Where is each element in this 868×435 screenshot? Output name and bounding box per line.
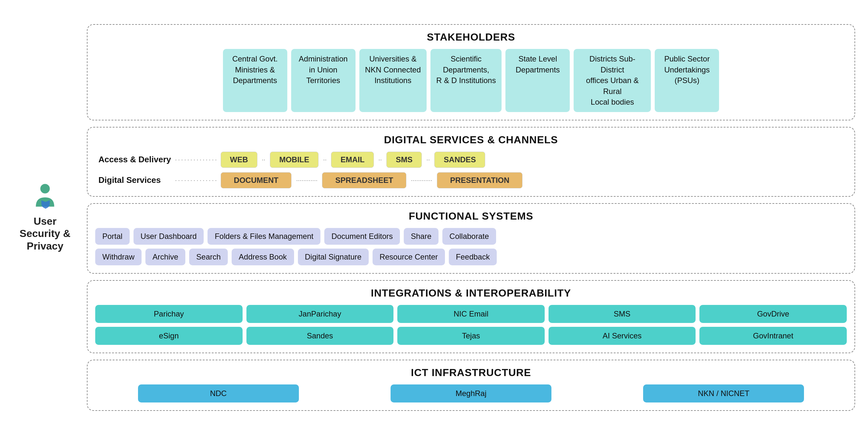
pill-mobile: MOBILE (270, 152, 318, 168)
dots-2: ·············· (175, 176, 218, 184)
digital-pills: DOCUMENT ············ SPREADSHEET ······… (221, 172, 523, 188)
ict-row: NDC MeghRaj NKN / NICNET (95, 384, 847, 403)
digital-services-section: DIGITAL SERVICES & CHANNELS Access & Del… (87, 127, 855, 197)
functional-row-2: Withdraw Archive Search Address Book Dig… (95, 249, 847, 265)
int-govdrive: GovDrive (700, 305, 847, 323)
fs-user-dashboard: User Dashboard (133, 228, 204, 245)
ict-nkn-nicnet: NKN / NICNET (643, 384, 804, 403)
stakeholder-card: Districts Sub-Districtoffices Urban & Ru… (574, 49, 651, 112)
int-sms: SMS (549, 305, 696, 323)
access-delivery-label: Access & Delivery (98, 154, 173, 165)
integrations-title: INTEGRATIONS & INTEROPERABILITY (95, 287, 847, 299)
integrations-row-1: Parichay JanParichay NIC Email SMS GovDr… (95, 305, 847, 323)
digital-services-content: Access & Delivery ·············· WEB ·· … (95, 152, 847, 188)
svg-point-0 (40, 184, 50, 193)
pill-sms: SMS (386, 152, 422, 168)
digital-services-label: Digital Services (98, 175, 173, 185)
pill-email: EMAIL (331, 152, 374, 168)
fs-archive: Archive (146, 249, 185, 265)
fs-withdraw: Withdraw (95, 249, 142, 265)
fs-address-book: Address Book (231, 249, 294, 265)
fs-portal: Portal (95, 228, 130, 245)
functional-systems-title: FUNCTIONAL SYSTEMS (95, 210, 847, 222)
int-ai-services: AI Services (549, 327, 696, 345)
fs-share: Share (404, 228, 438, 245)
pill-presentation: PRESENTATION (437, 172, 523, 188)
left-sidebar: User Security & Privacy (13, 183, 77, 252)
ict-section: ICT INFRASTRUCTURE NDC MeghRaj NKN / NIC… (87, 360, 855, 411)
pill-spreadsheet: SPREADSHEET (322, 172, 406, 188)
int-esign: eSign (95, 327, 243, 345)
digital-services-row: Digital Services ·············· DOCUMENT… (98, 172, 843, 188)
stakeholders-grid: Central Govt.Ministries &Departments Adm… (95, 49, 847, 112)
stakeholder-card: Public SectorUndertakings(PSUs) (655, 49, 719, 112)
fs-feedback: Feedback (449, 249, 497, 265)
integrations-grid: Parichay JanParichay NIC Email SMS GovDr… (95, 305, 847, 345)
ict-title: ICT INFRASTRUCTURE (95, 367, 847, 379)
stakeholder-card: State LevelDepartments (505, 49, 570, 112)
stakeholder-card: Universities &NKN ConnectedInstitutions (359, 49, 427, 112)
pill-web: WEB (221, 152, 257, 168)
stakeholder-card: Administrationin UnionTerritories (291, 49, 355, 112)
dots-1: ·············· (175, 156, 218, 163)
int-tejas: Tejas (397, 327, 545, 345)
fs-folders-files: Folders & Files Management (208, 228, 320, 245)
integrations-section: INTEGRATIONS & INTEROPERABILITY Parichay… (87, 280, 855, 353)
user-security-icon (31, 183, 60, 212)
functional-systems-section: FUNCTIONAL SYSTEMS Portal User Dashboard… (87, 203, 855, 274)
pill-document: DOCUMENT (221, 172, 292, 188)
pill-sandes: SANDES (434, 152, 485, 168)
int-nic-email: NIC Email (397, 305, 545, 323)
fs-document-editors: Document Editors (324, 228, 400, 245)
fs-collaborate: Collaborate (442, 228, 496, 245)
int-sandes: Sandes (246, 327, 394, 345)
access-delivery-row: Access & Delivery ·············· WEB ·· … (98, 152, 843, 168)
stakeholder-card: Central Govt.Ministries &Departments (223, 49, 287, 112)
user-security-label: User Security & Privacy (13, 215, 77, 252)
fs-resource-center: Resource Center (373, 249, 445, 265)
access-pills: WEB ·· MOBILE ·· EMAIL ·· SMS ·· SANDES (221, 152, 486, 168)
fs-digital-signature: Digital Signature (298, 249, 369, 265)
digital-services-title: DIGITAL SERVICES & CHANNELS (95, 134, 847, 146)
fs-search: Search (189, 249, 228, 265)
ict-ndc: NDC (138, 384, 299, 403)
integrations-row-2: eSign Sandes Tejas AI Services GovIntran… (95, 327, 847, 345)
ict-meghraj: MeghRaj (391, 384, 551, 403)
int-govintranet: GovIntranet (700, 327, 847, 345)
int-parichay: Parichay (95, 305, 243, 323)
stakeholder-card: ScientificDepartments,R & D Institutions (430, 49, 502, 112)
functional-row-1: Portal User Dashboard Folders & Files Ma… (95, 228, 847, 245)
main-container: User Security & Privacy STAKEHOLDERS Cen… (13, 24, 855, 411)
diagram-container: STAKEHOLDERS Central Govt.Ministries &De… (87, 24, 855, 411)
functional-grid: Portal User Dashboard Folders & Files Ma… (95, 228, 847, 265)
stakeholders-section: STAKEHOLDERS Central Govt.Ministries &De… (87, 24, 855, 120)
int-janparichay: JanParichay (246, 305, 394, 323)
stakeholders-title: STAKEHOLDERS (95, 31, 847, 43)
